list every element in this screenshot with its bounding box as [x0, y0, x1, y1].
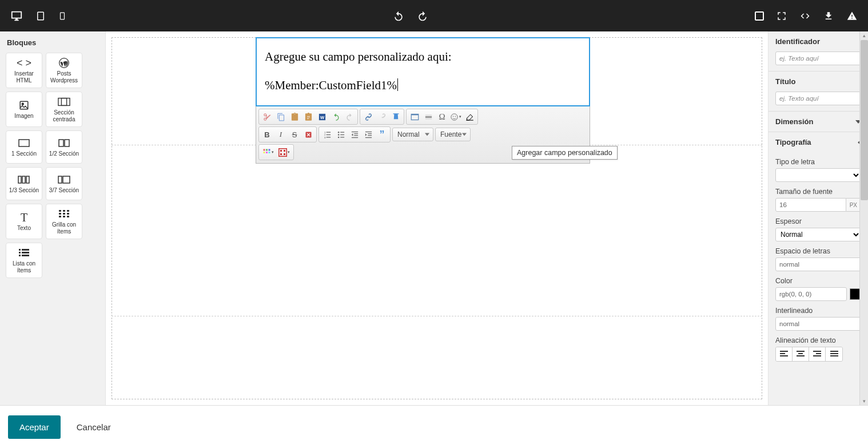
outline-icon[interactable]: [755, 11, 764, 21]
topbar: [0, 0, 868, 31]
svg-rect-13: [59, 210, 61, 212]
scroll-thumb[interactable]: [861, 40, 868, 200]
editor-line-1: Agregue su campo personalizado aqui:: [265, 50, 452, 64]
italic-button[interactable]: I: [274, 128, 288, 141]
image-icon: [19, 99, 29, 112]
code-icon[interactable]: [799, 11, 811, 21]
svg-rect-6: [59, 140, 63, 146]
svg-rect-8: [18, 176, 21, 183]
download-icon[interactable]: [823, 11, 834, 21]
font-type-select[interactable]: [775, 168, 861, 182]
redo-icon[interactable]: [417, 10, 428, 22]
section-title-header[interactable]: Título: [769, 72, 868, 92]
hr-button[interactable]: [421, 110, 435, 123]
section-dimension-header[interactable]: Dimensión: [769, 112, 868, 132]
strike-button[interactable]: S: [288, 128, 301, 141]
letter-spacing-input[interactable]: [775, 257, 861, 271]
cut-button[interactable]: [260, 110, 274, 123]
right-scrollbar[interactable]: ▴ ▾: [859, 31, 868, 405]
grid-icon: [59, 208, 69, 220]
removeformat-button[interactable]: [301, 128, 315, 141]
bullist-button[interactable]: [334, 128, 348, 141]
bgcolor-button[interactable]: ▾: [276, 146, 292, 158]
mobile-icon[interactable]: [58, 11, 66, 21]
format-select[interactable]: Normal: [392, 128, 433, 141]
svg-rect-7: [65, 140, 69, 146]
redo-button[interactable]: [343, 110, 356, 123]
block-1-section[interactable]: 1 Sección: [6, 130, 42, 164]
canvas-row-outline: [112, 145, 762, 316]
svg-rect-69: [284, 153, 285, 155]
title-input[interactable]: [775, 92, 861, 105]
bold-button[interactable]: B: [260, 128, 274, 141]
align-right-button[interactable]: [809, 347, 826, 361]
font-size-input[interactable]: [775, 198, 846, 212]
right-panel: Identificador Título Dimensión Tipografí…: [768, 31, 868, 405]
svg-rect-17: [63, 213, 65, 215]
align-center-button[interactable]: [793, 347, 809, 361]
weight-select[interactable]: Normal: [775, 228, 861, 241]
line-height-input[interactable]: [775, 317, 861, 331]
font-select[interactable]: Fuente: [435, 128, 471, 141]
section-identifier-header[interactable]: Identificador: [769, 31, 868, 51]
anchor-button[interactable]: [389, 110, 403, 123]
block-third-section[interactable]: 1/3 Sección: [6, 167, 42, 200]
history-controls: [393, 10, 428, 22]
scroll-down-icon[interactable]: ▾: [860, 397, 868, 405]
color-input[interactable]: [775, 287, 847, 301]
svg-rect-20: [63, 216, 65, 217]
cancel-button[interactable]: Cancelar: [77, 422, 111, 432]
blockquote-button[interactable]: ”: [375, 128, 389, 141]
svg-point-36: [453, 116, 454, 117]
svg-rect-59: [264, 149, 265, 150]
block-insert-html[interactable]: < >Insertar HTML: [6, 53, 42, 88]
specialchar-button[interactable]: Ω: [435, 110, 449, 123]
undo-icon[interactable]: [393, 10, 404, 22]
block-text[interactable]: TTexto: [6, 204, 42, 239]
scroll-up-icon[interactable]: ▴: [860, 31, 868, 39]
section-typography-header[interactable]: Tipografía: [769, 132, 868, 152]
block-37-section[interactable]: 3/7 Sección: [46, 167, 82, 200]
paste-button[interactable]: [288, 110, 301, 123]
svg-rect-24: [19, 252, 21, 253]
svg-text:W: W: [320, 115, 324, 120]
svg-rect-65: [279, 149, 287, 157]
link-button[interactable]: [361, 110, 375, 123]
block-list-items[interactable]: Lista con ítems: [6, 243, 42, 278]
desktop-icon[interactable]: [10, 10, 23, 22]
paste-text-button[interactable]: [301, 110, 315, 123]
canvas[interactable]: Agregue su campo personalizado aqui: %Me…: [106, 31, 768, 405]
image-button[interactable]: [408, 110, 421, 123]
numlist-button[interactable]: 123: [320, 128, 334, 141]
unlink-button[interactable]: [375, 110, 389, 123]
svg-point-46: [337, 134, 339, 136]
left-panel: Bloques < >Insertar HTML Posts Wordpress…: [0, 31, 106, 405]
warning-icon[interactable]: [846, 11, 858, 21]
svg-rect-60: [266, 149, 268, 150]
block-grid-items[interactable]: Grilla con ítems: [46, 204, 82, 239]
custom-field-button[interactable]: [463, 110, 476, 123]
fullscreen-icon[interactable]: [777, 11, 787, 21]
tablet-icon[interactable]: [35, 11, 46, 21]
block-half-section[interactable]: 1/2 Sección: [46, 130, 82, 164]
svg-text:3: 3: [324, 136, 325, 139]
editor-content[interactable]: Agregue su campo personalizado aqui: %Me…: [256, 37, 590, 106]
align-justify-button[interactable]: [826, 347, 842, 361]
svg-rect-18: [67, 213, 69, 215]
accept-button[interactable]: Aceptar: [8, 415, 61, 439]
textcolor-button[interactable]: ▾: [260, 146, 276, 158]
section-1-icon: [18, 137, 30, 149]
block-image[interactable]: Imagen: [6, 92, 42, 127]
undo-button[interactable]: [329, 110, 343, 123]
section-title: Título: [769, 72, 868, 112]
svg-point-2: [22, 103, 23, 105]
align-left-button[interactable]: [776, 347, 793, 361]
copy-button[interactable]: [274, 110, 288, 123]
paste-word-button[interactable]: W: [315, 110, 329, 123]
emoji-button[interactable]: ▾: [449, 110, 463, 123]
identifier-input[interactable]: [775, 51, 861, 65]
block-centered-section[interactable]: Sección centrada: [46, 92, 82, 127]
outdent-button[interactable]: [348, 128, 361, 141]
indent-button[interactable]: [361, 128, 375, 141]
block-posts-wordpress[interactable]: Posts Wordpress: [46, 53, 82, 88]
